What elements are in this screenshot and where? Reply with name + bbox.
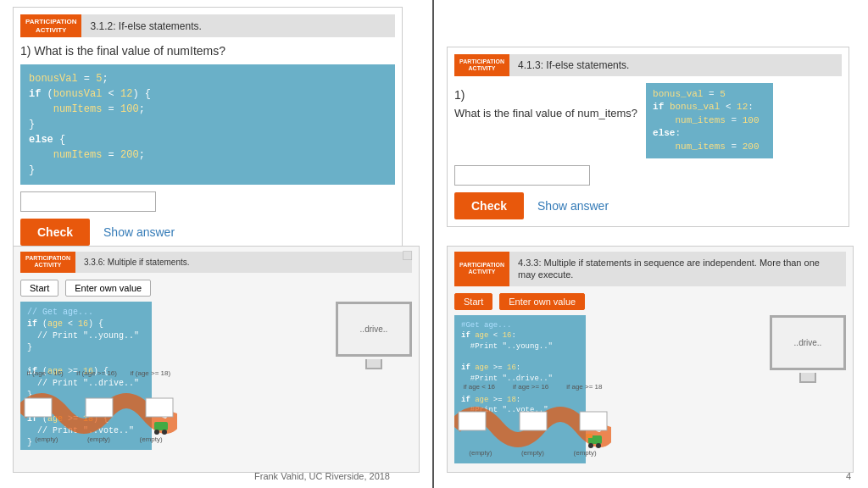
wave-svg-right xyxy=(454,393,611,452)
section-num-icon: □ xyxy=(403,247,412,264)
pa-header-bottom-left: PARTICIPATION ACTIVITY 3.3.6: Multiple i… xyxy=(20,252,412,273)
check-button-top-right[interactable]: Check xyxy=(454,192,524,219)
svg-rect-1 xyxy=(86,398,113,417)
svg-point-5 xyxy=(162,430,167,435)
wave-svg-left xyxy=(20,380,177,439)
svg-rect-12 xyxy=(586,434,593,438)
answer-input-top-left[interactable] xyxy=(20,191,156,212)
btn-row-top-left: Check Show answer xyxy=(20,219,395,246)
pa-header-bottom-right: PARTICIPATION ACTIVITY 4.3.3: Multiple i… xyxy=(454,252,846,286)
bottom-right-panel: PARTICIPATION ACTIVITY 4.3.3: Multiple i… xyxy=(447,246,854,473)
top-right-panel: PARTICIPATION ACTIVITY 4.1.3: If-else st… xyxy=(447,47,849,227)
top-left-panel: PARTICIPATION ACTIVITY 3.1.2: If-else st… xyxy=(13,7,403,253)
svg-rect-0 xyxy=(25,398,52,417)
start-button-left[interactable]: Start xyxy=(20,280,58,297)
wave-bottom-labels-right: (empty) (empty) (empty) xyxy=(454,449,611,457)
show-answer-top-left[interactable]: Show answer xyxy=(103,225,175,239)
sim-area-right: Start Enter own value #Get age... if age… xyxy=(454,293,846,463)
page-number: 4 xyxy=(846,471,851,481)
svg-rect-2 xyxy=(146,398,173,417)
wave-bottom-labels-left: (empty) (empty) (empty) xyxy=(20,435,177,443)
pa-header-top-left: PARTICIPATION ACTIVITY 3.1.2: If-else st… xyxy=(20,14,395,37)
pa-title-bottom-left: 3.3.6: Multiple if statements. xyxy=(75,252,412,273)
wave-area-right: ..drive.. if age < 16 if age >= 16 if ag… xyxy=(454,315,846,463)
monitor-left: ..drive.. xyxy=(336,302,412,357)
question-top-left: 1) What is the final value of numItems? xyxy=(20,44,395,58)
question-text-right: What is the final value of num_items? xyxy=(454,107,637,119)
sim-controls-right: Start Enter own value xyxy=(454,293,846,310)
question-num-right: 1) xyxy=(454,88,637,102)
check-button-top-left[interactable]: Check xyxy=(20,219,90,246)
monitor-stand-left xyxy=(365,359,382,369)
bottom-left-panel: PARTICIPATION ACTIVITY 3.3.6: Multiple i… xyxy=(13,246,420,473)
btn-row-top-right: Check Show answer xyxy=(454,192,842,219)
sim-controls-left: Start Enter own value xyxy=(20,280,412,297)
pa-header-top-right: PARTICIPATION ACTIVITY 4.1.3: If-else st… xyxy=(454,54,842,76)
right-half: PARTICIPATION ACTIVITY 4.1.3: If-else st… xyxy=(434,0,868,488)
svg-rect-3 xyxy=(154,422,168,430)
code-block-top-right: bonus_val = 5 if bonus_val < 12: num_ite… xyxy=(646,83,773,158)
start-button-right[interactable]: Start xyxy=(454,293,492,310)
pa-label-bottom-right: PARTICIPATION ACTIVITY xyxy=(454,252,509,286)
pa-label-top-right: PARTICIPATION ACTIVITY xyxy=(454,54,509,76)
page-container: C++ Python PARTICIPATION ACTIVITY 3.1.2:… xyxy=(0,0,868,488)
enter-button-left[interactable]: Enter own value xyxy=(65,280,151,297)
svg-point-11 xyxy=(596,443,601,448)
svg-point-10 xyxy=(588,443,593,448)
wave-labels-right: if age < 16 if age >= 16 if age >= 18 xyxy=(454,383,611,391)
pa-label-bottom-left: PARTICIPATION ACTIVITY xyxy=(20,252,75,273)
svg-rect-8 xyxy=(580,412,607,430)
answer-input-top-right[interactable] xyxy=(454,165,590,186)
question-row-right: 1) What is the final value of num_items?… xyxy=(454,83,842,158)
sim-area-left: Start Enter own value // Get age... if (… xyxy=(20,280,412,450)
pa-label-top-left: PARTICIPATION ACTIVITY xyxy=(20,14,81,37)
monitor-right: ..drive.. xyxy=(770,315,846,370)
wave-area-left: ..drive.. if (age < 16) if (age >= 16) i… xyxy=(20,302,412,450)
footer-credit: Frank Vahid, UC Riverside, 2018 xyxy=(254,471,390,481)
sim-content-right: #Get age... if age < 16: #Print "..young… xyxy=(454,315,846,463)
svg-rect-7 xyxy=(520,412,547,430)
pa-title-top-left: 3.1.2: If-else statements. xyxy=(81,14,395,37)
pa-title-bottom-right: 4.3.3: Multiple if statements in sequenc… xyxy=(509,252,846,286)
show-answer-top-right[interactable]: Show answer xyxy=(537,199,609,213)
enter-button-right[interactable]: Enter own value xyxy=(499,293,585,310)
code-block-top-left: bonusVal = 5; if (bonusVal < 12) { numIt… xyxy=(20,64,395,185)
monitor-stand-right xyxy=(799,373,816,383)
sim-content-left: // Get age... if (age < 16) { // Print "… xyxy=(20,302,412,450)
wave-labels-left: if (age < 16) if (age >= 16) if (age >= … xyxy=(20,369,177,377)
pa-title-top-right: 4.1.3: If-else statements. xyxy=(509,54,842,76)
svg-rect-6 xyxy=(459,412,486,430)
svg-point-4 xyxy=(154,430,159,435)
left-half: PARTICIPATION ACTIVITY 3.1.2: If-else st… xyxy=(0,0,434,488)
